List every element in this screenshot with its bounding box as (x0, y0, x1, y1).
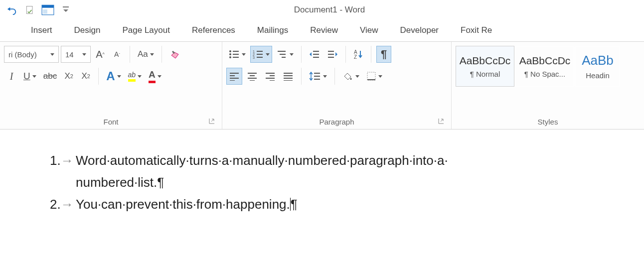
font-size-combo[interactable]: 14 (61, 46, 91, 63)
multilevel-list-button[interactable] (274, 46, 296, 63)
tab-developer[interactable]: Developer (389, 20, 450, 41)
sort-button[interactable]: AZ (351, 46, 366, 63)
svg-rect-3 (43, 9, 47, 14)
style-name: Headin (586, 71, 610, 80)
superscript-button[interactable]: X2 (78, 68, 93, 85)
decrease-indent-button[interactable] (307, 46, 322, 63)
align-center-button[interactable] (244, 68, 260, 85)
align-center-icon (247, 72, 258, 81)
underline-button[interactable]: U (21, 68, 39, 85)
tab-review[interactable]: Review (299, 20, 349, 41)
align-right-button[interactable] (262, 68, 278, 85)
justify-button[interactable] (280, 68, 296, 85)
style-sample: AaBbCcDc (519, 55, 571, 67)
tab-page-layout[interactable]: Page Layout (111, 20, 180, 41)
chevron-down-icon (242, 53, 246, 56)
chevron-down-icon (32, 75, 36, 78)
text-effects-button[interactable]: A (104, 68, 123, 85)
eraser-icon (169, 48, 181, 60)
style-normal[interactable]: AaBbCcDc ¶ Normal (456, 46, 514, 87)
undo-button[interactable] (3, 1, 21, 19)
svg-rect-19 (282, 57, 286, 58)
sort-icon: AZ (353, 49, 363, 59)
shading-button[interactable] (340, 68, 362, 85)
chevron-down-icon (117, 75, 121, 78)
group-styles: AaBbCcDc ¶ Normal AaBbCcDc ¶ No Spac... … (452, 42, 644, 129)
list-text: You·can·prevent·this·from·happening.¶ (76, 193, 298, 215)
group-paragraph: 123 AZ ¶ (222, 42, 452, 129)
window-title: Document1 - Word (75, 5, 644, 15)
show-hide-marks-button[interactable]: ¶ (376, 46, 391, 63)
style-sample: AaBb (582, 53, 614, 68)
group-font-label: Font (4, 116, 218, 129)
svg-rect-4 (63, 6, 69, 7)
tab-insert[interactable]: Insert (20, 20, 63, 41)
font-name-value: ri (Body) (8, 50, 37, 59)
new-doc-button[interactable] (39, 1, 57, 19)
save-button[interactable] (21, 1, 39, 19)
change-case-button[interactable]: Aa (135, 46, 157, 63)
chevron-down-icon (323, 75, 327, 78)
undo-icon (6, 4, 17, 15)
svg-rect-29 (230, 75, 235, 76)
group-styles-label: Styles (456, 116, 640, 129)
svg-rect-14 (257, 54, 263, 55)
list-item: 2.→ You·can·prevent·this·from·happening.… (50, 193, 644, 215)
font-name-combo[interactable]: ri (Body) (4, 46, 59, 63)
tab-view[interactable]: View (349, 20, 389, 41)
line-spacing-button[interactable] (307, 68, 329, 85)
svg-rect-37 (270, 75, 275, 76)
svg-rect-2 (42, 5, 54, 7)
tab-design[interactable]: Design (63, 20, 112, 41)
increase-indent-button[interactable] (324, 46, 340, 63)
ribbon-tabs: Insert Design Page Layout References Mai… (0, 20, 644, 42)
svg-rect-48 (367, 79, 375, 80)
font-dialog-launcher[interactable] (208, 118, 216, 126)
italic-button[interactable]: I (4, 68, 19, 85)
borders-button[interactable] (364, 68, 385, 85)
style-no-spacing[interactable]: AaBbCcDc ¶ No Spac... (515, 46, 574, 87)
bullets-icon (229, 50, 240, 59)
subscript-button[interactable]: X2 (61, 68, 76, 85)
tab-foxit[interactable]: Foxit Re (450, 20, 503, 41)
strikethrough-button[interactable]: abc (41, 68, 59, 85)
svg-rect-45 (314, 76, 320, 77)
svg-rect-47 (367, 72, 375, 80)
svg-rect-6 (233, 51, 239, 52)
svg-rect-42 (284, 78, 293, 79)
grow-font-button[interactable]: A^ (93, 46, 108, 63)
chevron-down-icon (158, 75, 161, 78)
chevron-down-icon (266, 53, 270, 56)
highlight-button[interactable]: ab (126, 68, 145, 85)
style-name: ¶ No Spac... (524, 70, 565, 78)
borders-icon (366, 71, 376, 81)
svg-rect-16 (257, 57, 263, 58)
chevron-down-icon (82, 53, 86, 56)
tab-mailings[interactable]: Mailings (246, 20, 299, 41)
numbering-button[interactable]: 123 (250, 46, 272, 63)
list-number: 2.→ (50, 193, 76, 215)
align-left-button[interactable] (226, 68, 242, 85)
svg-point-9 (229, 56, 231, 58)
quick-access-toolbar: Document1 - Word (0, 0, 644, 20)
paragraph-dialog-launcher[interactable] (437, 118, 445, 126)
chevron-down-icon (378, 75, 382, 78)
change-case-icon: Aa (138, 49, 148, 59)
clear-formatting-button[interactable] (167, 46, 184, 63)
font-color-button[interactable]: A (146, 68, 164, 85)
svg-rect-39 (270, 80, 275, 81)
svg-rect-10 (233, 57, 239, 58)
svg-rect-25 (328, 57, 334, 58)
svg-rect-12 (257, 51, 263, 52)
outdent-icon (309, 50, 320, 59)
document-body[interactable]: 1.→ Word·automatically·turns·a·manually·… (0, 130, 644, 216)
shrink-font-button[interactable]: Aˇ (110, 46, 125, 63)
qat-customize-button[interactable] (57, 1, 75, 19)
bullets-button[interactable] (226, 46, 248, 63)
page-icon (41, 4, 54, 15)
svg-rect-44 (314, 73, 320, 74)
svg-rect-43 (284, 80, 293, 81)
tab-references[interactable]: References (181, 20, 246, 41)
svg-point-7 (229, 53, 231, 55)
style-heading[interactable]: AaBb Headin (575, 46, 620, 87)
